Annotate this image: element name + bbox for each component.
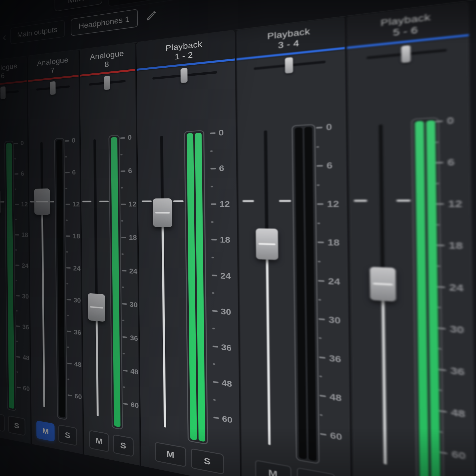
scale-minor-tick <box>318 299 321 301</box>
fader-handle[interactable] <box>256 229 278 260</box>
solo-button[interactable]: S <box>58 424 77 446</box>
solo-button[interactable]: S <box>113 434 134 457</box>
mute-button[interactable]: M <box>36 420 55 442</box>
pencil-icon <box>146 9 157 23</box>
scale-minor-tick <box>212 328 215 329</box>
chevron-left-icon[interactable]: ‹ <box>3 31 6 43</box>
scale-label: 30 <box>129 300 138 309</box>
scale-tick: 60 <box>68 391 82 401</box>
mute-button[interactable]: M <box>155 442 186 467</box>
unity-gain-mark <box>0 201 4 203</box>
scale-minor-tick <box>123 353 125 355</box>
meter-fill <box>59 417 65 418</box>
scale-minor-tick <box>438 307 441 309</box>
scale-label: 0 <box>72 137 75 144</box>
unity-gain-mark <box>242 200 254 202</box>
scale-label: 6 <box>219 164 224 173</box>
scale-minor-tick <box>211 186 213 187</box>
scale-tick: 36 <box>439 364 465 378</box>
scale-label: 30 <box>73 296 81 304</box>
fader-handle[interactable] <box>370 267 396 302</box>
scale-minor-tick <box>66 219 68 221</box>
scale-minor-tick <box>122 287 124 288</box>
scale-tick: 60 <box>320 429 342 442</box>
fader-handle[interactable] <box>88 293 105 322</box>
scale-label: 36 <box>74 328 81 336</box>
meter-fill <box>299 458 307 459</box>
pan-handle[interactable] <box>0 86 5 99</box>
scale-tick: 36 <box>122 333 138 343</box>
scale-minor-tick <box>320 414 323 416</box>
scale-minor-tick <box>65 188 67 189</box>
fader-zone <box>243 129 293 449</box>
scale-tick: 48 <box>320 390 342 403</box>
channel-body: 0612182430364860 <box>347 60 475 476</box>
scale-minor-tick <box>318 261 321 263</box>
meter-bar <box>56 140 65 418</box>
scale-tick: 12 <box>65 201 80 208</box>
level-meter <box>184 130 208 445</box>
channel-body: 0612182430364860 <box>28 94 82 422</box>
scale-label: 24 <box>129 267 137 275</box>
scale-tick: 24 <box>212 270 231 281</box>
meter-bar <box>111 137 120 427</box>
scale-minor-tick <box>66 283 68 284</box>
mute-button[interactable]: M <box>89 430 109 452</box>
fader-handle[interactable] <box>153 198 172 227</box>
scale-minor-tick <box>437 224 440 226</box>
scale-label: 24 <box>22 262 29 269</box>
meter-fill <box>6 143 14 409</box>
fader-handle[interactable] <box>34 189 50 215</box>
scale-tick: 0 <box>14 140 24 147</box>
scale-minor-tick <box>15 249 17 251</box>
scale-minor-tick <box>213 363 215 365</box>
channel-name: Analogue6 <box>0 62 17 82</box>
meter-bar <box>6 143 14 409</box>
scale-label: 60 <box>451 449 466 462</box>
pan-handle[interactable] <box>104 76 110 90</box>
channel-name: Playback1 - 2 <box>165 39 203 63</box>
scale-minor-tick <box>316 146 319 148</box>
solo-button[interactable]: S <box>8 415 25 436</box>
fader-handle-line <box>259 243 275 245</box>
scale-label: 36 <box>450 365 465 378</box>
scale-label: 6 <box>128 167 132 175</box>
scale-tick: 18 <box>121 234 137 242</box>
solo-button[interactable]: S <box>297 467 335 476</box>
db-scale: 0612182430364860 <box>14 143 30 405</box>
pan-handle[interactable] <box>401 45 410 63</box>
scale-minor-tick <box>121 220 123 222</box>
scale-minor-tick <box>15 219 17 220</box>
scale-label: 48 <box>130 367 139 376</box>
scale-label: 6 <box>327 161 333 171</box>
scale-tick: 24 <box>66 264 81 272</box>
scale-minor-tick <box>16 341 18 342</box>
edit-mix-name-button[interactable] <box>145 9 158 23</box>
tab-mix-a[interactable]: Mix A <box>55 0 102 12</box>
scale-minor-tick <box>67 315 69 316</box>
scale-tick: 6 <box>436 157 455 168</box>
scale-label: 18 <box>327 238 340 248</box>
scale-label: 18 <box>220 235 231 245</box>
pan-handle[interactable] <box>50 81 56 95</box>
scale-label: 12 <box>448 199 462 209</box>
unity-gain-mark <box>173 201 183 202</box>
channel-name: Analogue7 <box>37 56 68 76</box>
scale-tick: 12 <box>121 200 137 208</box>
mute-button[interactable]: M <box>255 460 292 476</box>
mute-button[interactable]: M <box>0 412 5 432</box>
scale-tick: 30 <box>212 306 231 317</box>
scale-label: 0 <box>326 122 332 132</box>
pan-handle[interactable] <box>180 68 187 83</box>
scale-tick: 18 <box>437 240 463 251</box>
scale-minor-tick <box>211 221 213 223</box>
scale-label: 18 <box>448 240 463 251</box>
scale-minor-tick <box>212 292 214 294</box>
scale-tick: 24 <box>438 281 464 294</box>
scale-label: 60 <box>23 385 30 393</box>
pan-handle[interactable] <box>285 57 293 73</box>
scale-tick: 60 <box>440 447 466 462</box>
channel-strip-playback-3-4: Playback3 - 4 <box>236 17 351 476</box>
scale-label: 60 <box>74 392 82 401</box>
solo-button[interactable]: S <box>191 448 224 475</box>
